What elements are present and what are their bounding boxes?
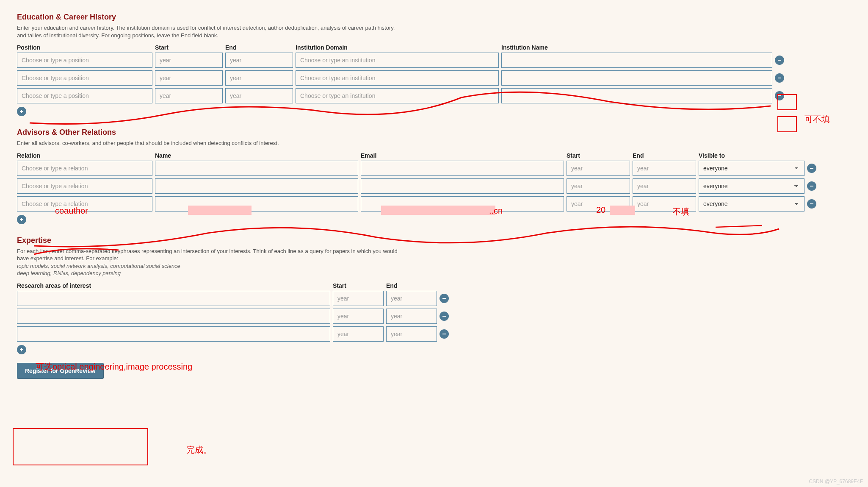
exp-start-input[interactable] [333,291,384,306]
add-row-button[interactable] [17,215,26,224]
end-year-input[interactable] [225,70,293,86]
advisor-row: everyone [17,196,851,211]
visible-to-select[interactable]: everyone [699,178,804,194]
exp-end-input[interactable] [386,291,437,306]
institution-domain-input[interactable] [296,70,499,86]
start-year-input[interactable] [155,70,223,86]
research-input[interactable] [17,309,330,324]
education-row [17,70,851,86]
advisors-section: Advisors & Other Relations Enter all adv… [17,128,851,224]
annotation-box [13,428,148,465]
position-input[interactable] [17,53,152,68]
exp-start-input[interactable] [333,326,384,342]
svg-rect-14 [20,349,23,350]
exp-start-input[interactable] [333,309,384,324]
expertise-desc-text: For each line, enter comma-separated key… [17,248,398,262]
remove-row-button[interactable] [775,73,784,83]
advisor-email-input[interactable] [361,161,564,176]
remove-row-button[interactable] [440,312,449,321]
institution-name-input[interactable] [501,53,772,68]
header-inst-name: Institution Name [501,44,772,51]
institution-name-input[interactable] [501,70,772,86]
end-year-input[interactable] [225,88,293,103]
expertise-headers: Research areas of interest Start End [17,282,851,289]
expertise-section: Expertise For each line, enter comma-sep… [17,236,851,379]
advisor-start-input[interactable] [567,161,630,176]
institution-domain-input[interactable] [296,53,499,68]
annotation-strikethrough [716,224,766,231]
advisor-name-input[interactable] [155,196,358,211]
svg-rect-11 [442,316,446,317]
header-end: End [386,282,437,289]
advisor-email-input[interactable] [361,196,564,211]
svg-rect-0 [778,60,781,61]
header-research: Research areas of interest [17,282,330,289]
expertise-title: Expertise [17,236,851,245]
relation-input[interactable] [17,161,152,176]
expertise-desc: For each line, enter comma-separated key… [17,248,398,277]
header-start: Start [333,282,384,289]
expertise-row [17,326,851,342]
advisor-name-input[interactable] [155,178,358,194]
remove-row-button[interactable] [807,181,816,191]
position-input[interactable] [17,70,152,86]
start-year-input[interactable] [155,53,223,68]
expertise-row [17,309,851,324]
add-row-button[interactable] [17,107,26,116]
exp-end-input[interactable] [386,309,437,324]
advisor-end-input[interactable] [633,196,696,211]
institution-name-input[interactable] [501,88,772,103]
header-name: Name [155,152,358,159]
education-section: Education & Career History Enter your ed… [17,13,851,116]
header-position: Position [17,44,152,51]
relation-input[interactable] [17,196,152,211]
header-start: Start [567,152,630,159]
remove-row-button[interactable] [807,199,816,209]
research-input[interactable] [17,326,330,342]
advisor-row: everyone [17,178,851,194]
svg-rect-5 [810,168,813,169]
svg-rect-4 [20,111,23,112]
visible-to-select[interactable]: everyone [699,161,804,176]
annotation-done: 完成。 [186,444,212,456]
header-relation: Relation [17,152,152,159]
education-row [17,53,851,68]
svg-rect-12 [442,334,446,334]
research-input[interactable] [17,291,330,306]
relation-input[interactable] [17,178,152,194]
advisor-start-input[interactable] [567,178,630,194]
remove-row-button[interactable] [775,56,784,65]
remove-row-button[interactable] [807,164,816,173]
header-end: End [225,44,293,51]
advisors-desc: Enter all advisors, co-workers, and othe… [17,139,398,147]
visible-to-select[interactable]: everyone [699,196,804,211]
exp-end-input[interactable] [386,326,437,342]
svg-rect-9 [20,219,23,220]
header-visible: Visible to [699,152,804,159]
advisor-row: everyone [17,161,851,176]
start-year-input[interactable] [155,88,223,103]
header-end: End [633,152,696,159]
watermark: CSDN @YP_67689E4F [809,479,863,484]
svg-rect-10 [442,298,446,299]
register-button[interactable]: Register for OpenReview [17,363,104,379]
advisors-title: Advisors & Other Relations [17,128,851,137]
remove-row-button[interactable] [440,294,449,303]
advisor-end-input[interactable] [633,161,696,176]
svg-rect-6 [810,186,813,186]
svg-rect-7 [810,203,813,204]
position-input[interactable] [17,88,152,103]
education-title: Education & Career History [17,13,851,22]
education-desc: Enter your education and career history.… [17,24,398,39]
expertise-example2: deep learning, RNNs, dependency parsing [17,270,121,276]
end-year-input[interactable] [225,53,293,68]
advisor-name-input[interactable] [155,161,358,176]
remove-row-button[interactable] [440,329,449,339]
advisor-end-input[interactable] [633,178,696,194]
advisor-start-input[interactable] [567,196,630,211]
header-email: Email [361,152,564,159]
add-row-button[interactable] [17,345,26,354]
advisor-email-input[interactable] [361,178,564,194]
remove-row-button[interactable] [775,91,784,100]
institution-domain-input[interactable] [296,88,499,103]
